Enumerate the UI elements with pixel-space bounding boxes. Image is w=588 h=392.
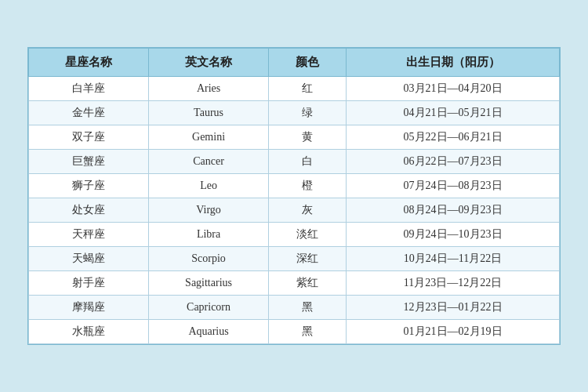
cell-chinese-name: 金牛座 — [29, 101, 149, 125]
table-header-row: 星座名称 英文名称 颜色 出生日期（阳历） — [29, 49, 560, 77]
cell-date: 10月24日—11月22日 — [347, 247, 560, 271]
cell-chinese-name: 天蝎座 — [29, 247, 149, 271]
header-date: 出生日期（阳历） — [347, 49, 560, 77]
table-row: 处女座Virgo灰08月24日—09月23日 — [29, 198, 560, 223]
cell-color: 白 — [269, 150, 347, 174]
cell-english-name: Taurus — [149, 101, 269, 125]
table-row: 金牛座Taurus绿04月21日—05月21日 — [29, 101, 560, 125]
cell-color: 黑 — [269, 320, 347, 344]
cell-date: 08月24日—09月23日 — [347, 198, 560, 223]
cell-chinese-name: 水瓶座 — [29, 320, 149, 344]
header-color: 颜色 — [269, 49, 347, 77]
table-body: 白羊座Aries红03月21日—04月20日金牛座Taurus绿04月21日—0… — [29, 77, 560, 344]
cell-date: 07月24日—08月23日 — [347, 174, 560, 198]
cell-date: 03月21日—04月20日 — [347, 77, 560, 101]
cell-date: 11月23日—12月22日 — [347, 271, 560, 296]
cell-color: 深红 — [269, 247, 347, 271]
cell-english-name: Gemini — [149, 125, 269, 150]
table-row: 天蝎座Scorpio深红10月24日—11月22日 — [29, 247, 560, 271]
cell-color: 灰 — [269, 198, 347, 223]
cell-color: 黄 — [269, 125, 347, 150]
cell-chinese-name: 天秤座 — [29, 223, 149, 247]
cell-color: 黑 — [269, 296, 347, 320]
cell-date: 01月21日—02月19日 — [347, 320, 560, 344]
cell-color: 橙 — [269, 174, 347, 198]
cell-chinese-name: 双子座 — [29, 125, 149, 150]
cell-color: 淡红 — [269, 223, 347, 247]
table-row: 白羊座Aries红03月21日—04月20日 — [29, 77, 560, 101]
zodiac-table: 星座名称 英文名称 颜色 出生日期（阳历） 白羊座Aries红03月21日—04… — [28, 48, 560, 344]
table-row: 巨蟹座Cancer白06月22日—07月23日 — [29, 150, 560, 174]
cell-english-name: Capricorn — [149, 296, 269, 320]
cell-chinese-name: 处女座 — [29, 198, 149, 223]
cell-chinese-name: 狮子座 — [29, 174, 149, 198]
table-row: 摩羯座Capricorn黑12月23日—01月22日 — [29, 296, 560, 320]
cell-chinese-name: 巨蟹座 — [29, 150, 149, 174]
table-row: 双子座Gemini黄05月22日—06月21日 — [29, 125, 560, 150]
cell-english-name: Scorpio — [149, 247, 269, 271]
cell-english-name: Virgo — [149, 198, 269, 223]
cell-chinese-name: 白羊座 — [29, 77, 149, 101]
cell-date: 05月22日—06月21日 — [347, 125, 560, 150]
cell-color: 紫红 — [269, 271, 347, 296]
zodiac-table-container: 星座名称 英文名称 颜色 出生日期（阳历） 白羊座Aries红03月21日—04… — [27, 47, 561, 345]
cell-english-name: Aries — [149, 77, 269, 101]
header-english-name: 英文名称 — [149, 49, 269, 77]
cell-date: 09月24日—10月23日 — [347, 223, 560, 247]
table-row: 天秤座Libra淡红09月24日—10月23日 — [29, 223, 560, 247]
cell-english-name: Aquarius — [149, 320, 269, 344]
header-chinese-name: 星座名称 — [29, 49, 149, 77]
cell-english-name: Leo — [149, 174, 269, 198]
cell-date: 06月22日—07月23日 — [347, 150, 560, 174]
cell-chinese-name: 摩羯座 — [29, 296, 149, 320]
cell-color: 绿 — [269, 101, 347, 125]
cell-english-name: Libra — [149, 223, 269, 247]
cell-color: 红 — [269, 77, 347, 101]
table-row: 射手座Sagittarius紫红11月23日—12月22日 — [29, 271, 560, 296]
table-row: 水瓶座Aquarius黑01月21日—02月19日 — [29, 320, 560, 344]
cell-english-name: Cancer — [149, 150, 269, 174]
cell-date: 04月21日—05月21日 — [347, 101, 560, 125]
table-row: 狮子座Leo橙07月24日—08月23日 — [29, 174, 560, 198]
cell-english-name: Sagittarius — [149, 271, 269, 296]
cell-chinese-name: 射手座 — [29, 271, 149, 296]
cell-date: 12月23日—01月22日 — [347, 296, 560, 320]
